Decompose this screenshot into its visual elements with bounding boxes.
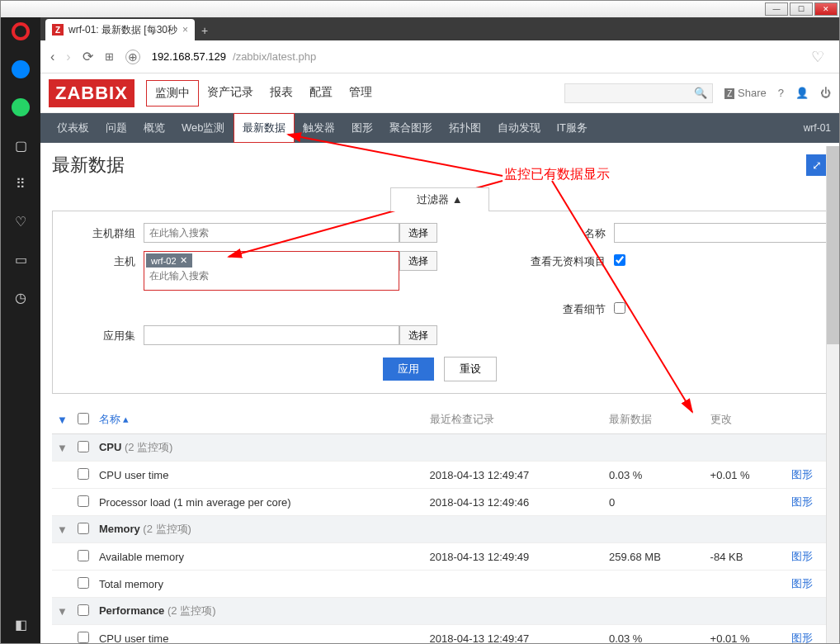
window-titlebar: — ☐ ✕	[1, 1, 839, 17]
fullscreen-button[interactable]: ⤢	[806, 154, 828, 176]
sidebar-toggle-icon[interactable]: ◧	[12, 615, 30, 633]
nav-problems[interactable]: 问题	[97, 114, 135, 142]
expand-all-icon[interactable]: ▼	[57, 414, 68, 426]
item-count: (2 监控项)	[168, 604, 216, 617]
details-checkbox[interactable]	[614, 302, 625, 314]
news-icon[interactable]: ▭	[12, 250, 30, 268]
opera-sidebar: ▢ ⠿ ♡ ▭ ◷ ◧	[1, 17, 40, 643]
col-check[interactable]: 最近检查记录	[425, 405, 604, 434]
top-menu-reports[interactable]: 报表	[262, 80, 301, 107]
url-input[interactable]: 192.168.57.129/zabbix/latest.php	[152, 50, 800, 63]
host-input[interactable]	[146, 268, 397, 284]
col-data[interactable]: 最新数据	[604, 405, 706, 434]
scrollbar[interactable]	[826, 146, 839, 643]
window-minimize[interactable]: —	[765, 2, 788, 16]
graph-link[interactable]: 图形	[791, 632, 813, 643]
host-tag: wrf-02✕	[146, 253, 192, 268]
zabbix-logo[interactable]: ZABBIX	[49, 79, 134, 107]
nav-overview[interactable]: 概览	[135, 114, 173, 142]
nav-hostname: wrf-01	[804, 122, 831, 134]
row-checkbox[interactable]	[78, 441, 89, 452]
history-icon[interactable]: ◷	[12, 288, 30, 306]
camera-icon[interactable]: ▢	[12, 136, 30, 154]
tab-close-icon[interactable]: ×	[182, 24, 188, 36]
nav-dashboard[interactable]: 仪表板	[49, 114, 97, 142]
help-icon[interactable]: ?	[778, 87, 784, 99]
url-path: /zabbix/latest.php	[233, 50, 316, 63]
nav-web[interactable]: Web监测	[173, 114, 234, 142]
select-all-checkbox[interactable]	[78, 413, 89, 424]
host-multiselect[interactable]: wrf-02✕	[144, 251, 399, 291]
col-change[interactable]: 更改	[706, 405, 786, 434]
item-name: CPU user time	[94, 462, 425, 489]
row-checkbox[interactable]	[78, 468, 89, 480]
graph-link[interactable]: 图形	[791, 577, 813, 590]
window-maximize[interactable]: ☐	[790, 2, 813, 16]
graph-link[interactable]: 图形	[791, 495, 813, 508]
back-icon[interactable]: ‹	[50, 50, 54, 64]
nav-services[interactable]: IT服务	[549, 114, 597, 142]
messenger-icon[interactable]	[12, 60, 30, 78]
browser-tabbar: Z wrf-01: 最新数据 [每30秒 × +	[40, 17, 839, 40]
browser-tab[interactable]: Z wrf-01: 最新数据 [每30秒 ×	[45, 19, 195, 40]
host-select-button[interactable]: 选择	[399, 251, 437, 271]
table-row: Available memory 2018-04-13 12:49:49 259…	[52, 543, 828, 571]
new-tab-button[interactable]: +	[201, 24, 208, 40]
graph-link[interactable]: 图形	[791, 550, 813, 562]
app-label: 应用集	[69, 325, 144, 343]
hostgroup-input[interactable]	[144, 223, 399, 243]
search-input[interactable]: 🔍	[564, 83, 713, 103]
top-menu-inventory[interactable]: 资产记录	[199, 80, 262, 107]
speed-dial-icon[interactable]: ⠿	[12, 174, 30, 192]
item-check: 2018-04-13 12:49:46	[425, 489, 604, 516]
table-row: CPU user time 2018-04-13 12:49:47 0.03 %…	[52, 625, 828, 644]
details-label: 查看细节	[515, 299, 614, 317]
hostgroup-select-button[interactable]: 选择	[399, 223, 437, 243]
nav-maps[interactable]: 拓扑图	[441, 114, 489, 142]
col-name[interactable]: 名称 ▴	[94, 405, 425, 434]
name-input[interactable]	[614, 223, 839, 243]
user-icon[interactable]: 👤	[795, 87, 809, 99]
expand-icon[interactable]: ▼	[57, 605, 68, 618]
row-checkbox[interactable]	[78, 523, 89, 534]
share-button[interactable]: Z Share	[724, 87, 766, 99]
row-checkbox[interactable]	[78, 577, 89, 589]
row-checkbox[interactable]	[78, 604, 89, 616]
app-input[interactable]	[144, 325, 399, 345]
nav-latest[interactable]: 最新数据	[234, 113, 295, 143]
item-data: 0	[604, 489, 706, 516]
nav-triggers[interactable]: 触发器	[295, 114, 343, 142]
graph-link[interactable]: 图形	[791, 468, 813, 481]
row-checkbox[interactable]	[78, 550, 89, 561]
speed-dial-icon[interactable]: ⊞	[105, 50, 114, 63]
nav-screens[interactable]: 聚合图形	[381, 114, 441, 142]
item-check: 2018-04-13 12:49:47	[425, 462, 604, 489]
reset-button[interactable]: 重设	[444, 357, 497, 381]
nav-discovery[interactable]: 自动发现	[489, 114, 549, 142]
filter-toggle[interactable]: 过滤器 ▲	[390, 187, 489, 211]
top-menu-config[interactable]: 配置	[301, 80, 341, 107]
window-close[interactable]: ✕	[814, 2, 838, 16]
item-data: 259.68 MB	[604, 543, 706, 571]
opera-logo-icon[interactable]	[12, 22, 30, 40]
top-menu-admin[interactable]: 管理	[341, 80, 380, 107]
top-menu-monitoring[interactable]: 监测中	[146, 80, 199, 107]
bookmark-icon[interactable]: ♡	[811, 48, 824, 66]
power-icon[interactable]: ⏻	[820, 87, 831, 99]
apply-button[interactable]: 应用	[383, 358, 434, 381]
heart-icon[interactable]: ♡	[12, 212, 30, 230]
forward-icon[interactable]: ›	[66, 50, 70, 64]
tab-title: wrf-01: 最新数据 [每30秒	[68, 23, 177, 37]
app-select-button[interactable]: 选择	[399, 325, 437, 345]
nodata-checkbox[interactable]	[614, 254, 625, 266]
scroll-thumb[interactable]	[827, 146, 839, 344]
remove-tag-icon[interactable]: ✕	[180, 255, 187, 266]
reload-icon[interactable]: ⟳	[83, 49, 93, 64]
expand-icon[interactable]: ▼	[57, 442, 68, 454]
expand-icon[interactable]: ▼	[57, 523, 68, 536]
whatsapp-icon[interactable]	[12, 98, 30, 116]
nav-graphs[interactable]: 图形	[343, 114, 381, 142]
row-checkbox[interactable]	[78, 632, 89, 643]
row-checkbox[interactable]	[78, 495, 89, 507]
table-row: CPU user time 2018-04-13 12:49:47 0.03 %…	[52, 462, 828, 489]
